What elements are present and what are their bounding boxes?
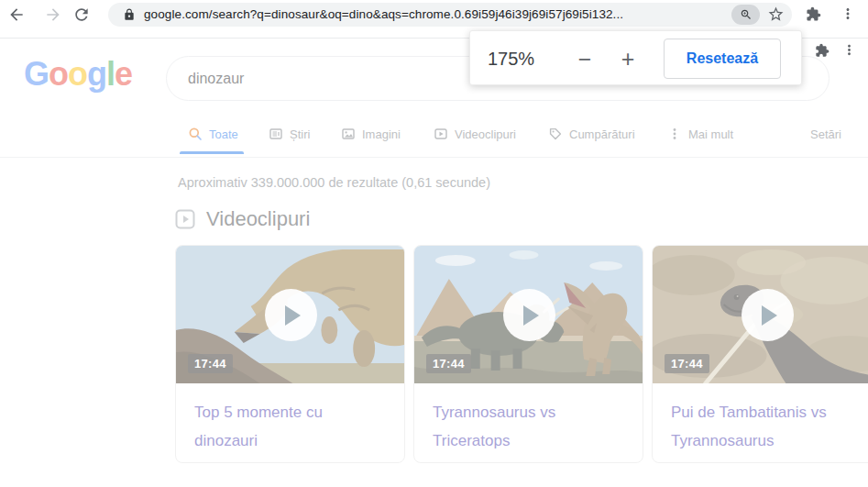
- tab-stiri[interactable]: Știri: [269, 125, 310, 143]
- videos-section-header: Videoclipuri: [175, 207, 310, 231]
- video-icon: [434, 127, 448, 141]
- menu-dots-icon: [840, 6, 856, 22]
- video-title-link[interactable]: Tyrannosaurus vs Triceratops: [414, 383, 643, 455]
- zoom-level-label: 175%: [488, 31, 534, 86]
- browser-menu-button[interactable]: [840, 6, 856, 22]
- logo-letter: e: [115, 55, 132, 93]
- forward-icon: [44, 6, 62, 24]
- play-button[interactable]: [265, 289, 317, 341]
- logo-letter: o: [68, 55, 87, 93]
- forward-button[interactable]: [44, 6, 62, 24]
- result-stats: Aproximativ 339.000.000 de rezultate (0,…: [178, 175, 490, 190]
- active-tab-underline: [180, 151, 244, 154]
- extensions-button-secondary[interactable]: [815, 43, 830, 58]
- extensions-icon: [815, 43, 830, 58]
- address-bar[interactable]: google.com/search?q=dinosaur&oq=dino&aqs…: [108, 3, 792, 27]
- tag-icon: [548, 127, 563, 141]
- tab-label: Videoclipuri: [455, 127, 516, 141]
- back-button[interactable]: [7, 6, 26, 24]
- bookmark-star-button[interactable]: [767, 6, 785, 23]
- tab-label: Imagini: [362, 127, 401, 141]
- settings-link[interactable]: Setări: [810, 125, 841, 143]
- search-icon: [188, 127, 203, 141]
- zoom-out-button[interactable]: −: [568, 42, 601, 75]
- video-card: 17:44 Tyrannosaurus vs Triceratops: [413, 245, 643, 463]
- play-button[interactable]: [503, 289, 555, 341]
- zoom-reset-button[interactable]: Resetează: [664, 39, 781, 79]
- image-icon: [341, 127, 356, 141]
- video-duration: 17:44: [188, 354, 233, 373]
- menu-dots-icon: [841, 42, 857, 58]
- menu-button-secondary[interactable]: [841, 42, 857, 58]
- tab-toate[interactable]: Toate: [188, 125, 238, 143]
- zoom-popup: 175% − + Resetează: [469, 30, 802, 85]
- tab-cumparaturi[interactable]: Cumpărături: [548, 125, 635, 143]
- back-icon: [7, 6, 26, 24]
- video-card: 17:44 Pui de Tambatitanis vs Tyrannosaur…: [652, 245, 868, 463]
- tab-label: Știri: [290, 127, 310, 141]
- extensions-button[interactable]: [806, 6, 821, 22]
- zoom-indicator-button[interactable]: [731, 5, 760, 25]
- tab-mai-mult[interactable]: Mai mult: [667, 125, 733, 143]
- more-vertical-icon: [667, 127, 682, 141]
- play-icon: [523, 305, 539, 326]
- logo-letter: o: [49, 55, 68, 93]
- news-icon: [269, 127, 283, 141]
- result-tabs: Toate Știri Imagini Videoclipuri Cumpără…: [0, 125, 868, 145]
- reload-button[interactable]: [72, 6, 91, 24]
- play-icon: [285, 305, 301, 326]
- video-duration: 17:44: [426, 354, 471, 373]
- tab-imagini[interactable]: Imagini: [341, 125, 401, 143]
- tab-label: Mai mult: [688, 127, 733, 141]
- tab-label: Toate: [209, 127, 238, 141]
- url-text: google.com/search?q=dinosaur&oq=dino&aqs…: [144, 7, 623, 21]
- video-thumbnail[interactable]: 17:44: [414, 246, 643, 383]
- tabs-divider: [0, 157, 868, 158]
- video-title-link[interactable]: Pui de Tambatitanis vs Tyrannosaurus: [653, 383, 868, 455]
- google-logo[interactable]: Google: [24, 55, 132, 94]
- video-title-link[interactable]: Top 5 momente cu dinozauri: [176, 383, 404, 455]
- tab-videoclipuri[interactable]: Videoclipuri: [434, 125, 516, 143]
- video-section-icon: [175, 209, 195, 229]
- videos-section-title: Videoclipuri: [206, 207, 310, 231]
- logo-letter: l: [106, 55, 115, 93]
- lock-icon[interactable]: [123, 8, 136, 21]
- video-duration: 17:44: [665, 354, 709, 373]
- zoom-in-button[interactable]: +: [611, 42, 644, 75]
- video-thumbnail[interactable]: 17:44: [653, 246, 868, 383]
- extensions-icon: [806, 6, 821, 22]
- video-card: 17:44 Top 5 momente cu dinozauri: [175, 245, 405, 463]
- search-query-text: dinozaur: [188, 71, 244, 87]
- reload-icon: [72, 6, 91, 24]
- play-button[interactable]: [742, 289, 794, 341]
- play-icon: [762, 305, 777, 326]
- logo-letter: g: [87, 55, 106, 93]
- tab-label: Cumpărături: [569, 127, 635, 141]
- star-icon: [767, 6, 785, 23]
- zoom-in-icon: [740, 8, 753, 21]
- settings-label: Setări: [810, 127, 841, 141]
- video-thumbnail[interactable]: 17:44: [176, 246, 404, 383]
- logo-letter: G: [24, 55, 49, 93]
